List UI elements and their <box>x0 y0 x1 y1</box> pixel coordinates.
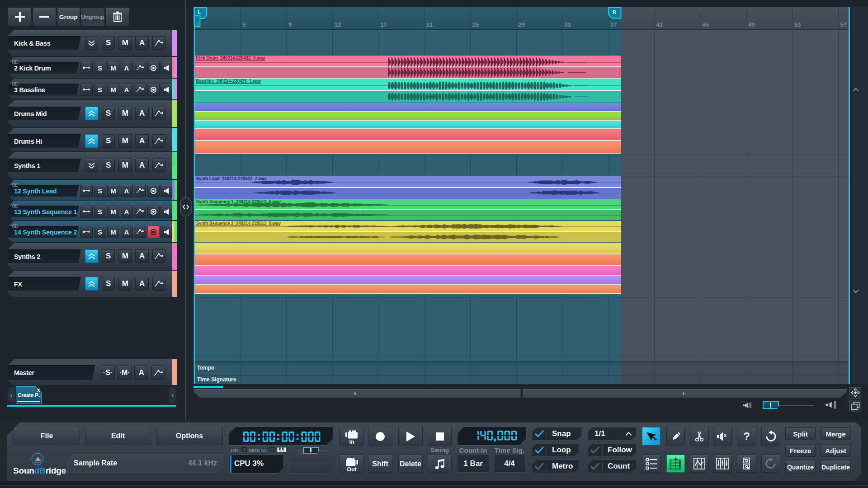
svg-text:In: In <box>349 439 354 445</box>
svg-text:x: x <box>724 432 727 438</box>
svg-text:Out: Out <box>347 466 357 472</box>
